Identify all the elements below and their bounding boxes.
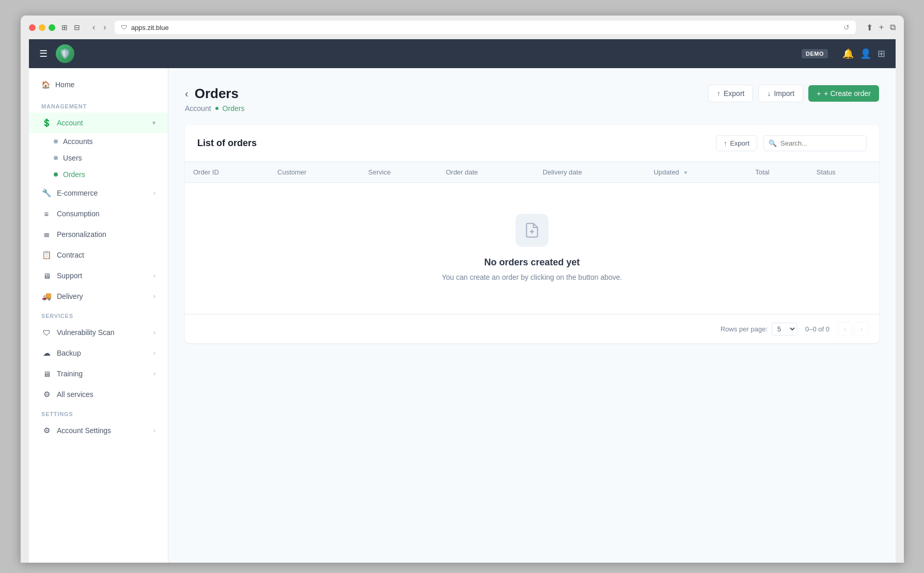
import-button[interactable]: ↓ Import xyxy=(758,85,803,102)
browser-actions: ⬆ + ⧉ xyxy=(866,23,896,33)
prev-page-button[interactable]: ‹ xyxy=(838,322,852,336)
ecommerce-chevron-icon: › xyxy=(153,189,155,197)
sidebar-item-training[interactable]: 🖥 Training › xyxy=(29,363,168,384)
pagination-bar: Rows per page: 5 10 25 0–0 of 0 ‹ › xyxy=(185,314,879,343)
sidebar-item-backup[interactable]: ☁ Backup › xyxy=(29,343,168,363)
main-layout: 🏠 Home MANAGEMENT 💲 Account ▾ Accounts xyxy=(29,68,896,563)
account-label: Account xyxy=(57,119,147,127)
list-export-label: Export xyxy=(730,139,749,147)
col-service: Service xyxy=(360,162,437,183)
users-label: Users xyxy=(63,154,82,162)
delivery-icon: 🚚 xyxy=(41,291,52,301)
address-bar[interactable]: 🛡 apps.zit.blue ↺ xyxy=(115,21,856,34)
accounts-label: Accounts xyxy=(63,137,93,146)
personalization-label: Personalization xyxy=(57,230,155,238)
new-tab-icon[interactable]: + xyxy=(879,23,884,33)
col-order-date: Order date xyxy=(437,162,535,183)
sidebar-item-home[interactable]: 🏠 Home xyxy=(29,76,168,93)
col-updated[interactable]: Updated ▼ xyxy=(646,162,747,183)
sidebar: 🏠 Home MANAGEMENT 💲 Account ▾ Accounts xyxy=(29,68,168,563)
maximize-dot[interactable] xyxy=(49,24,55,31)
vulnerability-scan-label: Vulnerability Scan xyxy=(57,328,148,337)
sidebar-item-all-services[interactable]: ⚙ All services xyxy=(29,384,168,405)
col-delivery-date: Delivery date xyxy=(535,162,646,183)
backup-chevron-icon: › xyxy=(153,349,155,357)
consumption-icon: ≡ xyxy=(41,209,52,219)
top-navbar: ☰ 🛡️ DEMO 🔔 👤 ⊞ xyxy=(29,39,896,68)
delivery-label: Delivery xyxy=(57,292,148,300)
breadcrumb-account[interactable]: Account xyxy=(185,104,211,113)
user-profile-button[interactable]: 👤 xyxy=(860,48,871,59)
sidebar-item-vulnerability-scan[interactable]: 🛡 Vulnerability Scan › xyxy=(29,322,168,343)
layout-button[interactable]: ⊞ xyxy=(878,48,885,59)
tab-switcher[interactable]: ⊞ xyxy=(61,23,68,31)
create-order-button[interactable]: + + Create order xyxy=(808,85,879,102)
next-page-button[interactable]: › xyxy=(854,322,869,336)
sidebar-item-account-settings[interactable]: ⚙ Account Settings › xyxy=(29,420,168,441)
page-header: ‹ Orders ↑ Export ↓ Import xyxy=(185,85,879,102)
notifications-button[interactable]: 🔔 xyxy=(842,48,854,59)
vulnerability-scan-icon: 🛡 xyxy=(41,327,52,338)
account-icon: 💲 xyxy=(41,118,52,128)
ecommerce-icon: 🔧 xyxy=(41,188,52,198)
personalization-icon: ≣ xyxy=(41,229,52,240)
page-title: Orders xyxy=(195,86,239,102)
sidebar-item-account[interactable]: 💲 Account ▾ xyxy=(29,113,168,133)
account-settings-label: Account Settings xyxy=(57,426,148,435)
ecommerce-label: E-commerce xyxy=(57,189,148,197)
minimize-dot[interactable] xyxy=(39,24,45,31)
page-header-left: ‹ Orders xyxy=(185,86,239,102)
account-settings-icon: ⚙ xyxy=(41,425,52,436)
url-text: apps.zit.blue xyxy=(131,24,169,31)
page-header-actions: ↑ Export ↓ Import + + Create order xyxy=(708,85,879,102)
orders-label: Orders xyxy=(63,170,85,179)
import-icon: ↓ xyxy=(767,89,771,98)
sidebar-item-users[interactable]: Users xyxy=(29,150,168,166)
forward-nav-btn[interactable]: › xyxy=(101,22,108,33)
sidebar-item-consumption[interactable]: ≡ Consumption xyxy=(29,203,168,224)
list-export-button[interactable]: ↑ Export xyxy=(716,135,757,151)
browser-dots xyxy=(29,24,55,31)
search-input[interactable] xyxy=(763,135,867,151)
sidebar-item-ecommerce[interactable]: 🔧 E-commerce › xyxy=(29,183,168,203)
management-section-label: MANAGEMENT xyxy=(29,97,168,113)
tab-switcher-2[interactable]: ⊟ xyxy=(74,23,80,31)
list-export-icon: ↑ xyxy=(724,139,727,147)
create-order-plus-icon: + xyxy=(817,89,821,98)
export-label: Export xyxy=(724,89,744,98)
browser-titlebar: ⊞ ⊟ ‹ › 🛡 apps.zit.blue ↺ ⬆ + ⧉ xyxy=(29,21,896,39)
col-status: Status xyxy=(808,162,879,183)
create-order-label: + Create order xyxy=(824,89,871,98)
breadcrumb-separator xyxy=(215,107,218,110)
sidebar-item-accounts[interactable]: Accounts xyxy=(29,133,168,150)
rows-per-page-select[interactable]: 5 10 25 xyxy=(772,323,797,336)
training-icon: 🖥 xyxy=(41,369,52,379)
users-dot xyxy=(54,156,58,160)
export-button[interactable]: ↑ Export xyxy=(708,85,753,102)
back-button[interactable]: ‹ xyxy=(185,88,189,100)
tabs-icon[interactable]: ⧉ xyxy=(890,23,896,33)
training-chevron-icon: › xyxy=(153,370,155,377)
sidebar-item-delivery[interactable]: 🚚 Delivery › xyxy=(29,286,168,307)
contract-label: Contract xyxy=(57,251,155,259)
close-dot[interactable] xyxy=(29,24,36,31)
all-services-icon: ⚙ xyxy=(41,389,52,400)
page-nav-group: ‹ › xyxy=(838,322,869,336)
back-nav-btn[interactable]: ‹ xyxy=(90,22,97,33)
reload-icon[interactable]: ↺ xyxy=(843,23,850,31)
consumption-label: Consumption xyxy=(57,210,155,218)
account-settings-chevron-icon: › xyxy=(153,427,155,434)
share-icon[interactable]: ⬆ xyxy=(866,23,873,33)
support-icon: 🖥 xyxy=(41,270,52,281)
sidebar-item-orders[interactable]: Orders xyxy=(29,166,168,183)
orders-card: List of orders ↑ Export 🔍 xyxy=(185,125,879,343)
orders-card-title: List of orders xyxy=(197,138,257,149)
sidebar-item-contract[interactable]: 📋 Contract xyxy=(29,245,168,265)
breadcrumb-orders: Orders xyxy=(223,104,245,113)
sidebar-item-support[interactable]: 🖥 Support › xyxy=(29,265,168,286)
hamburger-button[interactable]: ☰ xyxy=(39,48,48,59)
home-icon: 🏠 xyxy=(41,81,50,89)
sidebar-item-personalization[interactable]: ≣ Personalization xyxy=(29,224,168,245)
empty-icon xyxy=(515,214,549,247)
search-wrap: 🔍 xyxy=(763,135,867,151)
